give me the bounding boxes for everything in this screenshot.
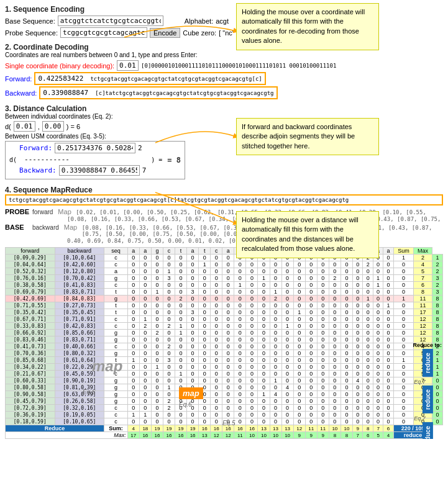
base-seq-input[interactable] bbox=[58, 16, 163, 26]
tooltip1-text: Holding the mouse over a coordinate will… bbox=[242, 8, 365, 44]
th-c: c bbox=[163, 248, 175, 255]
table-row: [0.83,0.46] [0.83,0.71] g 00000000000000… bbox=[6, 336, 443, 343]
base-bwd-label: backward bbox=[32, 224, 59, 231]
reduce-btn-3[interactable]: reduce bbox=[423, 422, 433, 439]
probe-seq-label: Probe Sequence: bbox=[5, 29, 58, 37]
reduce-btn-1[interactable]: reduce bbox=[423, 349, 433, 377]
cube-zero-label: Cube zero: bbox=[183, 29, 216, 37]
main-table: forward backward seq a a g c t a t c a a… bbox=[5, 247, 443, 439]
table-footer-max: Max: 17 16 16 16 16 16 13 12 12 11 10 10… bbox=[6, 432, 443, 439]
table-row: [0.42,0.69] [0.84,0.83] g 00002000000020… bbox=[6, 296, 443, 302]
table-row: [0.33,0.83] [0.42,0.83] c 02021000000001… bbox=[6, 323, 443, 330]
section2-desc: Coordinates are real numbers between 0 a… bbox=[5, 52, 443, 58]
table-row: [0.18,0.59] [0.10,0.65] c 00000000000000… bbox=[6, 418, 443, 425]
th-a14: a bbox=[383, 248, 393, 255]
th-t2: t bbox=[199, 248, 211, 255]
tooltip-adjoin: If forward and backward coordinates desc… bbox=[236, 118, 379, 155]
table-row: [0.71,0.55] [0.27,0.73] t 00000000000000… bbox=[6, 302, 443, 309]
table-row: [0.67,0.71] [0.71,0.91] c 01000000000000… bbox=[6, 316, 443, 323]
single-result: [0]0000010100011110101110000101000111101… bbox=[141, 63, 336, 69]
tooltip-distance: Holding the mouse over a distance will a… bbox=[236, 211, 379, 258]
table-row: [0.90,0.58] [0.63,0.79] g 00000000000140… bbox=[6, 391, 443, 398]
th-backward: backward bbox=[55, 248, 104, 255]
forward-label: Forward: bbox=[5, 75, 32, 83]
base-label: BASE bbox=[5, 223, 30, 231]
th-a2: a bbox=[139, 248, 151, 255]
backward-input[interactable] bbox=[43, 89, 93, 97]
section4-label: 4. Sequence MapReduce bbox=[5, 186, 443, 194]
separator: ----------- bbox=[24, 155, 70, 163]
th-c2: c bbox=[211, 248, 222, 255]
table-row: [0.80,0.58] [0.81,0.39] g 00010000000004… bbox=[6, 384, 443, 391]
table-row: [0.66,0.92] [0.85,0.66] g 00201000000000… bbox=[6, 330, 443, 336]
table-row: [0.52,0.32] [0.12,0.80] a 00010000000000… bbox=[6, 268, 443, 275]
th-forward: forward bbox=[6, 248, 55, 255]
d-usm-label: d( bbox=[9, 156, 17, 163]
forward-seq: tctgcgtacggtcgacagcgtgctatcgtgcgtacggtcg… bbox=[90, 76, 262, 82]
base-seq-label: Base Sequence: bbox=[5, 17, 55, 25]
table-row: [0.35,0.42] [0.35,0.45] t 00000300000000… bbox=[6, 309, 443, 316]
th-a4: a bbox=[222, 248, 234, 255]
eq7-1: Eq.7 bbox=[414, 379, 442, 385]
alphabet-value: acgt bbox=[216, 17, 229, 25]
th-t: t bbox=[175, 248, 187, 255]
table-row: [0.70,0.36] [0.80,0.32] g 00000000000000… bbox=[6, 350, 443, 357]
backward-label: Backward: bbox=[5, 89, 37, 97]
reduce-buttons-group: reduce Eq.7 reduce Eq.7 reduce Eq.7 bbox=[414, 358, 442, 439]
bwd-label2: Backward: bbox=[19, 166, 57, 174]
seq-top: tctgcgtacggtcgacagcgtgctatcgtgcgtacggtcg… bbox=[9, 197, 349, 203]
th-seq: seq bbox=[104, 248, 128, 255]
table-row: [0.21,0.67] [0.45,0.59] c 00001000000000… bbox=[6, 371, 443, 377]
footer-reduce-label: Reduce bbox=[6, 425, 104, 432]
eq7-2: Eq.7 bbox=[414, 415, 442, 422]
d-comma: , bbox=[38, 123, 40, 130]
alphabet-label: Alphabet: bbox=[185, 17, 213, 25]
tooltip3-text: Holding the mouse over a distance will a… bbox=[242, 216, 359, 252]
tooltip2-text: If forward and backward coordinates desc… bbox=[242, 123, 355, 150]
base-map-label: Map bbox=[64, 223, 80, 231]
probe-label: PROBE bbox=[5, 208, 30, 215]
fwd-coords-input[interactable] bbox=[55, 143, 135, 153]
th-a1: a bbox=[127, 248, 139, 255]
tooltip-coordinate: Holding the mouse over a coordinate will… bbox=[236, 3, 379, 50]
backward-seq: [c]tatctgcgtacggtcgacagcgtgctatcgtgcgtac… bbox=[95, 90, 273, 96]
table-row: [0.72,0.39] [0.32,0.16] c 00020000000000… bbox=[6, 405, 443, 412]
th-sum: Sum bbox=[393, 248, 413, 255]
single-coord-label: Single coordinate (binary decoding): bbox=[5, 62, 114, 70]
total-result: = 8 bbox=[167, 156, 181, 165]
table-footer-reduce: Reduce Sum: 4 18 19 19 19 19 16 16 16 16… bbox=[6, 425, 443, 432]
table-row: [0.34,0.22] [0.22,0.29] t 00100000000000… bbox=[6, 364, 443, 371]
probe-seq-input[interactable] bbox=[60, 27, 147, 38]
th-g: g bbox=[151, 248, 163, 255]
table-row: [0.76,0.16] [0.70,0.42] g 00030000000100… bbox=[6, 275, 443, 282]
table-row: [0.69,0.79] [0.83,0.71] t 00100300000010… bbox=[6, 289, 443, 296]
d-label: d( bbox=[5, 123, 11, 130]
d-close: ) = bbox=[151, 156, 162, 163]
table-row: [0.85,0.68] [0.61,0.64] t 10030000000000… bbox=[6, 357, 443, 364]
probe-map-label: Map bbox=[58, 208, 73, 215]
table-row: [0.60,0.33] [0.90,0.19] g 00000000000010… bbox=[6, 377, 443, 384]
reduce-to-label: Reduce to: bbox=[413, 342, 442, 348]
table-row: [0.04,0.64] [0.42,0.60] c 00000010000000… bbox=[6, 261, 443, 268]
section-decoding: 2. Coordinate Decoding Coordinates are r… bbox=[5, 43, 443, 99]
d-val2-input[interactable] bbox=[42, 121, 64, 132]
table-row: [0.36,0.19] [0.19,0.05] c 11000000000000… bbox=[6, 412, 443, 418]
bwd-result: 7 bbox=[142, 166, 147, 174]
probe-fwd-label: forward bbox=[32, 209, 53, 215]
th-max: Max bbox=[414, 248, 432, 255]
fwd-result: 2 bbox=[138, 144, 142, 152]
reduce-btn-2[interactable]: reduce bbox=[423, 386, 433, 413]
d-val1-input[interactable] bbox=[14, 121, 35, 132]
forward-input[interactable] bbox=[38, 74, 88, 83]
table-row: [0.45,0.79] [0.26,0.58] g 00020000000000… bbox=[6, 398, 443, 405]
fwd-label2: Forward: bbox=[19, 144, 52, 152]
bwd-coords-input[interactable] bbox=[59, 165, 140, 176]
encode-button[interactable]: Encode bbox=[150, 28, 180, 38]
d-result: ) = 6 bbox=[66, 123, 80, 130]
table-row: [0.38,0.58] [0.41,0.83] c 00000000010000… bbox=[6, 282, 443, 289]
th-a3: a bbox=[187, 248, 199, 255]
section3-label: 3. Distance Calculation bbox=[5, 104, 443, 113]
single-coord-input[interactable] bbox=[117, 60, 139, 71]
table-row: [0.41,0.73] [0.40,0.66] c 00020000000000… bbox=[6, 343, 443, 350]
